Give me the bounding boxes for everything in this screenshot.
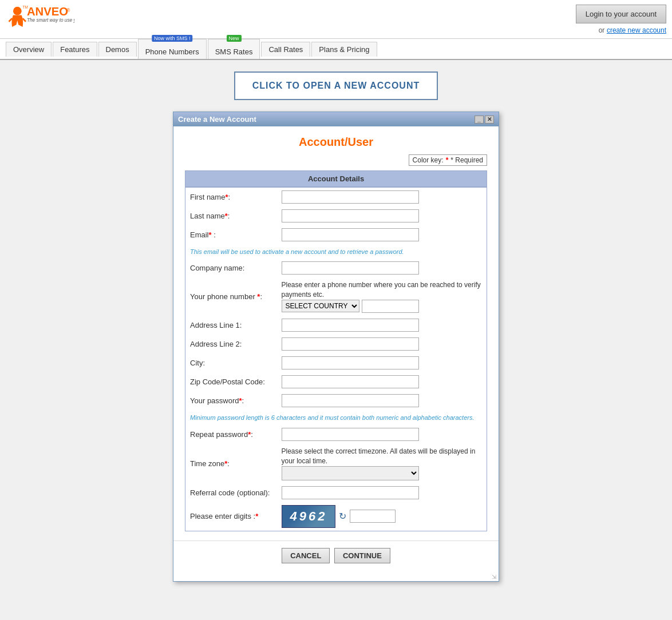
captcha-refresh-button[interactable]: ↻ (339, 511, 346, 522)
phone-row-inputs: SELECT COUNTRY (282, 300, 483, 313)
form-title: Account/User (185, 136, 487, 149)
email-hint-row: This email will be used to activate a ne… (185, 244, 487, 259)
captcha-input[interactable] (350, 510, 396, 523)
main-content: CLICK TO OPEN A NEW ACCOUNT Create a New… (0, 60, 672, 593)
address2-input-cell (277, 335, 487, 353)
dialog-bottom: CANCEL CONTINUE (173, 540, 499, 573)
sms-badge: Now with SMS ! (152, 35, 193, 42)
last-name-label: Last name*: (185, 206, 277, 225)
form-table: First name*: Last name*: (185, 187, 487, 531)
nav-phone-numbers[interactable]: Now with SMS ! Phone Numbers (138, 39, 207, 59)
repeat-password-input-cell (277, 425, 487, 444)
resize-handle[interactable]: ⇲ (173, 573, 499, 581)
minimize-button[interactable]: _ (475, 116, 484, 124)
email-hint: This email will be used to activate a ne… (190, 248, 404, 255)
zip-input[interactable] (282, 375, 419, 388)
repeat-password-label: Repeat password*: (185, 425, 277, 444)
first-name-input[interactable] (282, 190, 419, 204)
captcha-image: 4962 (282, 505, 336, 528)
timezone-input-cell: Please select the correct timezone. All … (277, 444, 487, 483)
city-input[interactable] (282, 356, 419, 369)
password-input[interactable] (282, 394, 419, 407)
address1-input-cell (277, 316, 487, 335)
header: TM ANVEO ® The smart way to use your pho… (0, 0, 672, 39)
address1-row: Address Line 1: (185, 316, 487, 335)
first-name-input-cell (277, 188, 487, 207)
referral-input[interactable] (282, 486, 419, 499)
phone-number-input[interactable] (362, 300, 419, 313)
navbar: Overview Features Demos Now with SMS ! P… (0, 39, 672, 60)
repeat-password-row: Repeat password*: (185, 425, 487, 444)
cancel-button[interactable]: CANCEL (282, 548, 330, 563)
phone-input-cell: Please enter a phone number where you ca… (277, 277, 487, 316)
nav-call-rates[interactable]: Call Rates (261, 42, 310, 57)
create-account-link[interactable]: create new account (607, 26, 666, 34)
zip-label: Zip Code/Postal Code: (185, 372, 277, 391)
nav-features[interactable]: Features (53, 42, 97, 57)
nav-sms-rates[interactable]: New SMS Rates (208, 39, 260, 59)
nav-demos[interactable]: Demos (98, 42, 137, 57)
continue-button[interactable]: CONTINUE (334, 548, 390, 563)
svg-text:The smart way to use your phon: The smart way to use your phones (27, 17, 74, 23)
password-hint: Minimum password length is 6 characters … (190, 414, 474, 421)
timezone-row: Time zone*: Please select the correct ti… (185, 444, 487, 483)
city-label: City: (185, 353, 277, 372)
color-key-label: Color key: (413, 156, 444, 164)
address2-input[interactable] (282, 337, 419, 351)
email-row: Email* : (185, 225, 487, 244)
required-label: * Required (450, 156, 483, 164)
password-row: Your password*: (185, 391, 487, 410)
login-button[interactable]: Login to your account (576, 5, 666, 23)
nav-overview[interactable]: Overview (6, 42, 52, 57)
address1-label: Address Line 1: (185, 316, 277, 335)
create-account-dialog: Create a New Account _ ✕ Account/User Co… (173, 112, 499, 582)
svg-line-2 (23, 18, 26, 22)
city-row: City: (185, 353, 487, 372)
svg-text:®: ® (66, 7, 70, 13)
email-hint-cell: This email will be used to activate a ne… (185, 244, 487, 259)
company-label: Company name: (185, 259, 277, 277)
captcha-area: 4962 ↻ (282, 505, 483, 528)
anveo-logo: TM ANVEO ® The smart way to use your pho… (6, 3, 74, 35)
referral-input-cell (277, 483, 487, 502)
last-name-row: Last name*: (185, 206, 487, 225)
address1-input[interactable] (282, 319, 419, 332)
first-name-label: First name*: (185, 188, 277, 207)
dialog-titlebar-buttons: _ ✕ (475, 116, 494, 124)
email-input-cell (277, 225, 487, 244)
phone-country-select[interactable]: SELECT COUNTRY (282, 300, 359, 312)
color-key-box: Color key: * * Required (409, 154, 487, 166)
nav-plans-pricing[interactable]: Plans & Pricing (311, 42, 377, 57)
city-input-cell (277, 353, 487, 372)
last-name-input-cell (277, 206, 487, 225)
address2-row: Address Line 2: (185, 335, 487, 353)
svg-point-0 (13, 7, 22, 15)
close-button[interactable]: ✕ (485, 116, 494, 124)
repeat-password-input[interactable] (282, 428, 419, 441)
referral-label: Referral code (optional): (185, 483, 277, 502)
company-input[interactable] (282, 261, 419, 275)
password-input-cell (277, 391, 487, 410)
new-badge: New (227, 35, 242, 42)
account-details-header: Account Details (185, 170, 487, 187)
open-account-button[interactable]: CLICK TO OPEN A NEW ACCOUNT (234, 71, 438, 100)
login-area: Login to your account or create new acco… (576, 5, 666, 34)
phone-row: Your phone number *: Please enter a phon… (185, 277, 487, 316)
email-input[interactable] (282, 228, 419, 241)
zip-row: Zip Code/Postal Code: (185, 372, 487, 391)
timezone-select[interactable] (282, 466, 419, 480)
captcha-input-cell: 4962 ↻ (277, 502, 487, 531)
create-account-prefix: or (599, 26, 605, 34)
svg-text:ANVEO: ANVEO (27, 5, 68, 18)
company-input-cell (277, 259, 487, 277)
email-label: Email* : (185, 225, 277, 244)
dialog-titlebar: Create a New Account _ ✕ (173, 112, 499, 126)
first-name-row: First name*: (185, 188, 487, 207)
dialog-content: Account/User Color key: * * Required Acc… (173, 126, 499, 540)
password-hint-row: Minimum password length is 6 characters … (185, 410, 487, 425)
timezone-hint: Please select the correct timezone. All … (282, 447, 483, 466)
captcha-label: Please enter digits :* (185, 502, 277, 531)
logo-area: TM ANVEO ® The smart way to use your pho… (6, 3, 74, 35)
address2-label: Address Line 2: (185, 335, 277, 353)
last-name-input[interactable] (282, 209, 419, 222)
